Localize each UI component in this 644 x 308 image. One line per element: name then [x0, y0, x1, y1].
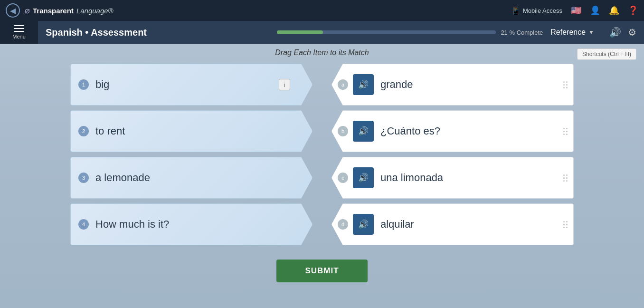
- right-column: a 🔊 grande b 🔊 ¿Cuánto es?: [331, 64, 574, 245]
- progress-area: 21 % Complete: [277, 29, 543, 36]
- drag-handle-b: [563, 128, 568, 135]
- card-num-3: 3: [78, 173, 89, 183]
- menu-button[interactable]: Menu: [0, 21, 38, 44]
- reference-label: Reference: [550, 28, 586, 37]
- menu-label: Menu: [12, 34, 26, 39]
- card-spanish-d: alquilar: [380, 218, 559, 231]
- page-title: Spanish • Assessment: [38, 27, 277, 38]
- mobile-access-label: Mobile Access: [523, 7, 562, 14]
- logo-transparent-text: Transparent: [33, 7, 74, 15]
- left-card-1[interactable]: 1 big i: [70, 64, 313, 106]
- activity-type: Assessment: [91, 27, 147, 38]
- right-card-b[interactable]: b 🔊 ¿Cuánto es?: [331, 110, 574, 152]
- speaker-icon-b: 🔊: [358, 126, 369, 136]
- audio-button-b[interactable]: 🔊: [353, 121, 374, 142]
- card-text-3: a lemonade: [95, 172, 304, 184]
- progress-text: 21 % Complete: [501, 29, 543, 36]
- help-icon[interactable]: ❓: [628, 5, 638, 16]
- audio-toggle-icon[interactable]: 🔊: [609, 27, 621, 38]
- card-spanish-c: una limonada: [380, 172, 559, 184]
- submit-button[interactable]: SUBMIT: [276, 260, 367, 282]
- top-nav: ◀ ⌀ Transparent Language® 📱 Mobile Acces…: [0, 0, 644, 21]
- instruction-text: Drag Each Item to its Match: [275, 48, 369, 57]
- audio-button-d[interactable]: 🔊: [353, 214, 374, 235]
- mobile-icon: 📱: [511, 6, 521, 15]
- top-nav-left: ◀ ⌀ Transparent Language®: [6, 3, 114, 18]
- speaker-icon-c: 🔊: [358, 173, 369, 183]
- audio-button-a[interactable]: 🔊: [353, 74, 374, 95]
- card-num-1: 1: [78, 79, 89, 90]
- bell-icon[interactable]: 🔔: [609, 5, 619, 16]
- card-letter-c: c: [338, 173, 348, 183]
- card-text-4: How much is it?: [95, 218, 304, 231]
- settings-icon[interactable]: ⚙: [628, 27, 636, 38]
- card-spanish-a: grande: [380, 78, 559, 91]
- logo-icon: ⌀: [25, 5, 30, 16]
- shortcuts-tooltip: Shortcuts (Ctrl + H): [577, 48, 636, 60]
- sub-nav: Menu Spanish • Assessment 21 % Complete …: [0, 21, 644, 44]
- user-icon[interactable]: 👤: [590, 5, 600, 16]
- card-spanish-b: ¿Cuánto es?: [380, 125, 559, 137]
- flag-icon[interactable]: 🇺🇸: [571, 5, 581, 16]
- top-nav-right: 📱 Mobile Access 🇺🇸 👤 🔔 ❓: [511, 5, 638, 16]
- shortcuts-label: Shortcuts (Ctrl + H): [582, 51, 631, 58]
- card-text-2: to rent: [95, 125, 304, 137]
- cards-area: 1 big i 2 to rent 3 a lemonade 4 How muc…: [61, 64, 583, 245]
- menu-line-3: [14, 31, 24, 32]
- logo-language-text: Language®: [76, 7, 114, 15]
- left-column: 1 big i 2 to rent 3 a lemonade 4 How muc…: [70, 64, 313, 245]
- logo: ⌀ Transparent Language®: [25, 5, 114, 16]
- progress-bar-background: [277, 30, 496, 34]
- course-name: Spanish: [46, 27, 83, 38]
- back-button[interactable]: ◀: [6, 3, 20, 18]
- card-letter-a: a: [338, 79, 348, 90]
- speaker-icon-d: 🔊: [358, 219, 369, 230]
- speaker-icon: 🔊: [358, 79, 369, 90]
- drag-handle-c: [563, 174, 568, 182]
- chevron-down-icon: ▼: [588, 29, 594, 36]
- subnav-icons: 🔊 ⚙: [602, 27, 644, 38]
- left-card-4[interactable]: 4 How much is it?: [70, 203, 313, 245]
- right-card-a[interactable]: a 🔊 grande: [331, 64, 574, 106]
- audio-button-c[interactable]: 🔊: [353, 167, 374, 188]
- main-content: Shortcuts (Ctrl + H) Drag Each Item to i…: [0, 44, 644, 282]
- left-card-2[interactable]: 2 to rent: [70, 110, 313, 152]
- reference-button[interactable]: Reference ▼: [543, 28, 602, 37]
- card-text-1: big: [95, 78, 279, 91]
- card-num-2: 2: [78, 126, 89, 136]
- left-card-3[interactable]: 3 a lemonade: [70, 157, 313, 199]
- right-card-c[interactable]: c 🔊 una limonada: [331, 157, 574, 199]
- drag-handle-d: [563, 221, 568, 228]
- right-card-d[interactable]: d 🔊 alquilar: [331, 203, 574, 245]
- card-num-4: 4: [78, 219, 89, 230]
- menu-line-1: [14, 25, 24, 26]
- submit-area: SUBMIT: [276, 260, 367, 282]
- mobile-access-link[interactable]: 📱 Mobile Access: [511, 6, 562, 15]
- progress-bar-fill: [277, 30, 323, 34]
- card-letter-d: d: [338, 219, 348, 230]
- info-button-1[interactable]: i: [279, 79, 290, 90]
- drag-handle-a: [563, 81, 568, 88]
- card-letter-b: b: [338, 126, 348, 136]
- menu-lines-icon: [14, 25, 24, 32]
- menu-line-2: [14, 28, 24, 29]
- title-sep: •: [83, 27, 91, 38]
